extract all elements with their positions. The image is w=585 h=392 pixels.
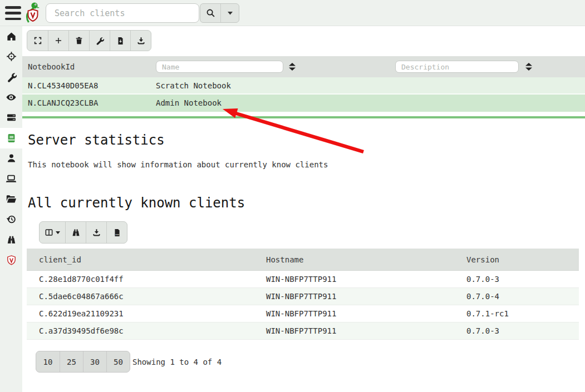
file-csv-icon: csv: [113, 228, 121, 237]
client-row[interactable]: C.5dae6c04867a666c WIN-NBFP7TTP911 0.7.0…: [27, 288, 579, 305]
client-hostname: WIN-NBFP7TTP911: [266, 305, 336, 322]
client-hostname: WIN-NBFP7TTP911: [266, 288, 336, 305]
page-size-25[interactable]: 25: [60, 351, 83, 372]
delete-notebook-button[interactable]: [68, 31, 89, 51]
column-header-version: Version: [466, 249, 499, 271]
sidebar-item-velociraptor[interactable]: [0, 250, 22, 271]
search-input[interactable]: [46, 3, 199, 23]
description-filter-input[interactable]: [395, 61, 519, 73]
client-row[interactable]: C.a37d39495df6e98c WIN-NBFP7TTP911 0.7.0…: [27, 322, 579, 340]
sidebar-item-clients[interactable]: [0, 168, 22, 189]
shield-icon: [6, 255, 17, 266]
notebook-id: N.CLANJCQ23CLBA: [28, 95, 98, 112]
page-size-30[interactable]: 30: [83, 351, 106, 372]
trash-icon: [75, 36, 83, 45]
edit-notebook-button[interactable]: [89, 31, 110, 51]
notebook-icon: [6, 133, 17, 143]
search-options-button[interactable]: [220, 4, 239, 22]
sidebar-item-search-clients[interactable]: [0, 230, 22, 250]
server-icon: [6, 112, 17, 123]
client-hostname: WIN-NBFP7TTP911: [266, 322, 336, 339]
download-csv-button[interactable]: csv: [106, 222, 127, 243]
sidebar-item-users[interactable]: [0, 148, 22, 169]
sidebar-item-server-events[interactable]: [0, 87, 22, 108]
column-header-client-id: client_id: [39, 249, 81, 271]
notebook-separator: [22, 116, 585, 118]
binoculars-icon: [6, 235, 17, 245]
sidebar-item-files[interactable]: [0, 189, 22, 210]
notebook-id: N.CL45340D05EA8: [28, 77, 98, 95]
notebook-row-admin-selected[interactable]: N.CLANJCQ23CLBA Admin Notebook: [22, 95, 585, 112]
sort-name-icon[interactable]: [288, 62, 296, 71]
save-download-icon: [92, 228, 101, 237]
export-notebook-button[interactable]: [110, 31, 130, 51]
sidebar-item-artifacts[interactable]: [0, 67, 22, 87]
client-version: 0.7.0-3: [466, 322, 499, 339]
cell-toolbar: csv: [39, 221, 127, 244]
search-icon: [206, 8, 215, 18]
client-version: 0.7.0-4: [466, 288, 499, 305]
search-button[interactable]: [200, 4, 220, 22]
client-version: 0.7.1-rc1: [466, 305, 509, 322]
name-filter-input[interactable]: [156, 61, 283, 73]
file-download-icon: [116, 36, 125, 46]
binoculars-icon: [71, 228, 81, 237]
pagination: 10 25 30 50 Showing 1 to 4 of 4: [36, 351, 222, 373]
search-table-button[interactable]: [65, 222, 86, 243]
sidebar-item-hunts[interactable]: [0, 47, 22, 67]
home-icon: [6, 31, 17, 42]
sidebar-item-notebooks[interactable]: [0, 128, 22, 148]
column-header-hostname: Hostname: [266, 249, 303, 271]
menu-toggle-button[interactable]: [5, 6, 21, 20]
client-id: C.28e1d8770c01f4ff: [39, 271, 124, 287]
top-bar: [0, 0, 585, 26]
svg-text:csv: csv: [115, 234, 120, 236]
chevron-down-icon: [228, 12, 233, 15]
client-id: C.a37d39495df6e98c: [39, 322, 124, 339]
client-id: C.5dae6c04867a666c: [39, 288, 124, 305]
user-icon: [6, 153, 17, 163]
sort-description-icon[interactable]: [525, 62, 533, 71]
plus-icon: [54, 36, 63, 45]
page-size-10[interactable]: 10: [36, 351, 60, 372]
wrench-icon: [6, 72, 17, 82]
fullscreen-button[interactable]: [27, 31, 48, 51]
save-download-icon: [136, 36, 146, 46]
search-button-group: [200, 3, 239, 23]
save-notebook-button[interactable]: [130, 31, 151, 51]
cell-heading: All currently known clients: [28, 195, 245, 211]
column-header-notebookid: NotebookId: [28, 56, 75, 77]
notebook-row-scratch[interactable]: N.CL45340D05EA8 Scratch Notebook: [22, 77, 585, 95]
laptop-icon: [6, 173, 17, 184]
eye-icon: [6, 92, 17, 103]
folder-open-icon: [6, 193, 17, 205]
notebook-name: Admin Notebook: [156, 95, 222, 112]
client-hostname: WIN-NBFP7TTP911: [266, 271, 336, 287]
sidebar-item-server-artifacts[interactable]: [0, 107, 22, 128]
notebooks-table-header: NotebookId: [22, 56, 585, 77]
sidebar: [0, 26, 22, 392]
sidebar-item-home[interactable]: [0, 26, 22, 47]
velociraptor-logo: [24, 1, 41, 24]
columns-icon: [45, 228, 53, 237]
pagination-status: Showing 1 to 4 of 4: [132, 358, 222, 366]
notebook-title: Server statistics: [28, 132, 165, 148]
save-table-button[interactable]: [86, 222, 106, 243]
client-id: C.622d19ea21109231: [39, 305, 124, 322]
history-icon: [6, 214, 17, 225]
page-size-group: 10 25 30 50: [36, 351, 130, 373]
columns-button[interactable]: [40, 222, 65, 243]
client-row[interactable]: C.28e1d8770c01f4ff WIN-NBFP7TTP911 0.7.0…: [27, 271, 579, 288]
clients-table: client_id Hostname Version C.28e1d8770c0…: [27, 249, 579, 340]
client-row[interactable]: C.622d19ea21109231 WIN-NBFP7TTP911 0.7.1…: [27, 305, 579, 322]
page-size-50[interactable]: 50: [106, 351, 130, 372]
sidebar-item-history[interactable]: [0, 209, 22, 230]
clients-table-header: client_id Hostname Version: [27, 249, 579, 271]
new-notebook-button[interactable]: [48, 31, 68, 51]
chevron-down-icon: [56, 231, 60, 234]
crosshairs-icon: [6, 51, 17, 62]
wrench-icon: [95, 36, 104, 45]
expand-icon: [33, 36, 42, 45]
notebooks-table: NotebookId N.CL45340D05EA8 Scratch Noteb…: [22, 56, 585, 112]
client-version: 0.7.0-3: [466, 271, 499, 287]
